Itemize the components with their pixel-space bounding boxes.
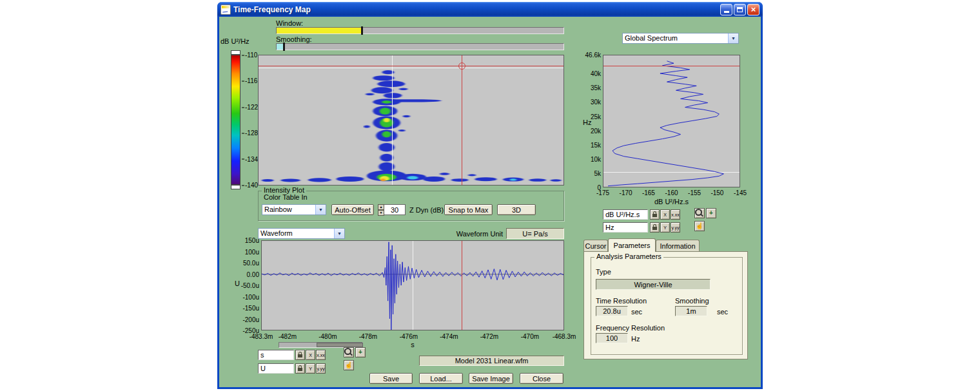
title-bar[interactable]: Time-Frequency Map × [217,2,763,17]
time-resolution-unit: sec [631,308,642,316]
tick-label: -175 [596,189,609,196]
stepper-up-icon[interactable]: ▲ [378,204,384,210]
spectrum-cursor-tool-button[interactable]: + [706,208,716,218]
x-format-button[interactable]: x.xx [316,350,326,360]
stepper-arrows[interactable]: ▲ ▼ [378,204,384,215]
hand-icon: ☝ [345,362,353,368]
smoothing-param-label: Smoothing [675,297,709,305]
x-scale-name-input[interactable] [258,350,294,360]
tab-information[interactable]: Information [656,240,700,252]
tick-label: -50.0u [241,282,259,289]
z-dyn-stepper[interactable]: ▲ ▼ 30 [378,204,406,215]
tick-label: 150u [245,237,259,244]
spectrum-x-autoscale-button[interactable]: X [660,209,670,220]
tick-label: 20k [591,127,601,134]
tick-label: 35k [591,84,601,91]
spectrum-y-axis: 46.6k40k35k30k25k20k15k10k5k0 [575,55,601,187]
maximize-button[interactable] [734,4,746,15]
color-table-select[interactable]: Rainbow ▼ [262,204,326,215]
tick-label: -474m [440,333,458,340]
spectrum-select[interactable]: Global Spectrum ▼ [622,33,739,44]
tick-label: -160 [665,189,678,196]
smoothing-slider-fill [277,44,283,50]
spectrum-x-axis: -175-170-165-160-155-150-145 [603,189,740,197]
load-button[interactable]: Load... [419,373,463,384]
chevron-down-icon[interactable]: ▼ [728,33,738,43]
close-dialog-button[interactable]: Close [520,373,564,384]
z-dyn-value[interactable]: 30 [384,204,406,215]
smoothing-input[interactable]: 1m [675,306,707,316]
app-icon [220,5,231,15]
waveform-pan-button[interactable]: ☝ [344,360,354,370]
spectrum-x-scale-input[interactable] [603,209,648,220]
chevron-down-icon[interactable]: ▼ [315,205,326,215]
waveform-select[interactable]: Waveform ▼ [258,228,345,239]
time-resolution-input[interactable]: 20.8u [596,306,628,316]
smoothing-slider-thumb[interactable] [283,43,285,51]
tick-label: -482m [279,333,297,340]
three-d-button[interactable]: 3D [497,204,536,215]
analysis-parameters-group: Analysis Parameters Type Wigner-Ville Ti… [591,257,743,355]
auto-offset-button[interactable]: Auto-Offset [331,204,374,215]
intensity-plot[interactable] [258,55,564,186]
spectrum-x-lock-button[interactable] [650,209,660,220]
tab-panel: Analysis Parameters Type Wigner-Ville Ti… [583,251,748,359]
tick-label: 15k [591,141,601,148]
tick-label: 25k [591,113,601,120]
y-autoscale-button[interactable]: Y [306,363,315,374]
waveform-unit-label: Waveform Unit [448,230,503,238]
type-label: Type [596,268,611,276]
spectrum-select-value: Global Spectrum [623,33,728,43]
intensity-group: Intensity Plot Color Table In Rainbow ▼ … [258,191,564,221]
spectrum-y-scale-input[interactable] [603,222,648,233]
tick-label: -145 [734,189,747,196]
colorbar-gradient[interactable] [231,55,240,185]
lock-icon [298,354,302,358]
stepper-down-icon[interactable]: ▼ [378,210,384,216]
colorbar-bottom-marker[interactable] [231,185,240,189]
tick-label: -476m [400,333,418,340]
type-display[interactable]: Wigner-Ville [596,279,710,290]
save-button[interactable]: Save [369,373,413,384]
window-slider-thumb[interactable] [361,26,363,35]
waveform-x-axis: -483.3m-482m-480m-478m-476m-474m-472m-47… [261,333,564,341]
crosshair-icon: + [358,349,362,356]
smoothing-slider[interactable] [276,43,564,50]
spectrum-pan-button[interactable]: ☝ [694,221,705,231]
waveform-cursor-tool-button[interactable]: + [355,347,366,358]
save-image-button[interactable]: Save Image [469,373,513,384]
tick-label: -100u [242,293,259,300]
minimize-icon [724,11,729,13]
window-controls: × [720,4,760,15]
spectrum-y-autoscale-button[interactable]: Y [660,222,670,233]
spectrum-y-lock-button[interactable] [650,222,660,233]
spectrum-zoom-button[interactable] [694,208,705,218]
spectrum-x-format-button[interactable]: x.xx [671,209,680,220]
desktop: Time-Frequency Map × Window: Smoothing: … [0,0,980,391]
spectrum-plot[interactable] [603,55,740,187]
tab-parameters[interactable]: Parameters [608,238,656,252]
magnifier-icon [344,348,351,355]
x-autoscale-button[interactable]: X [306,350,315,360]
y-scale-name-input[interactable] [258,363,294,374]
y-format-button[interactable]: y.yy [316,363,326,374]
minimize-button[interactable] [720,4,732,15]
spectrum-y-format-button[interactable]: y.yy [671,222,680,233]
waveform-zoom-button[interactable] [344,347,354,358]
tab-cursor[interactable]: Cursor [583,240,608,252]
colorbar-top-marker[interactable] [231,50,240,55]
window-slider[interactable] [276,27,564,34]
window-slider-label: Window: [276,19,303,27]
y-scale-lock-button[interactable] [295,363,305,374]
snap-to-max-button[interactable]: Snap to Max [444,204,493,215]
smoothing-unit: sec [717,308,728,316]
waveform-x-scrollbar-thumb[interactable] [317,343,363,347]
waveform-plot[interactable] [261,240,564,330]
chevron-down-icon[interactable]: ▼ [334,229,344,238]
frequency-resolution-unit: Hz [631,335,640,343]
tick-label: -150 [710,189,723,196]
frequency-resolution-input[interactable]: 100 [596,333,628,343]
x-scale-lock-button[interactable] [295,350,305,360]
close-button[interactable]: × [747,4,760,15]
window-slider-fill [277,28,361,33]
